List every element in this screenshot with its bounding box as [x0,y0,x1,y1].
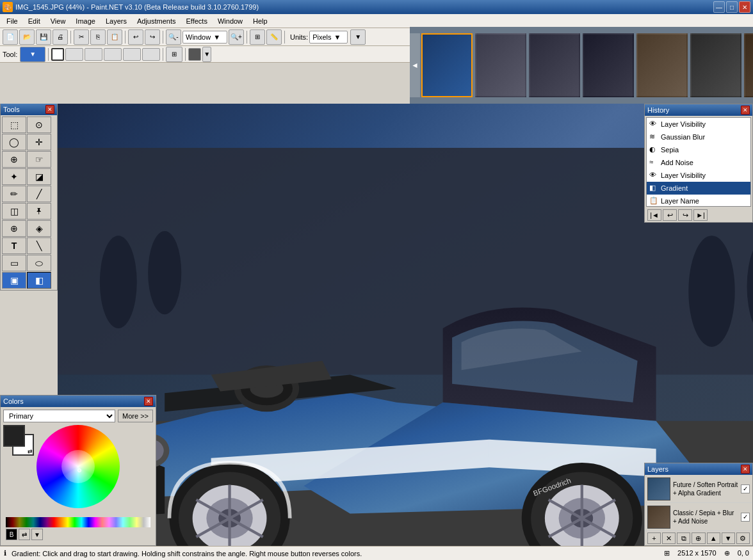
history-item-layer-name-1[interactable]: 📋 Layer Name [647,195,750,207]
layer-add-button[interactable]: + [647,532,661,544]
menu-layers[interactable]: Layers [101,16,132,26]
grid-button[interactable]: ⊞ [250,29,265,45]
thumbnail-1[interactable] [421,33,473,97]
tool-selector[interactable]: ▼ [20,47,45,62]
history-forward-button[interactable]: ►| [693,209,708,221]
tool-select-lasso[interactable]: ⊙ [27,116,51,133]
redo-button[interactable]: ↪ [145,29,160,45]
history-back-button[interactable]: |◄ [647,209,661,221]
color-palette-strip[interactable] [6,517,150,527]
tool-text[interactable]: T [2,237,26,254]
tool-select-ellipse[interactable]: ◯ [2,134,26,150]
settings-button[interactable]: ▼ [350,29,366,45]
layer-move-down-button[interactable]: ▼ [722,532,735,544]
layer-duplicate-button[interactable]: ⧉ [677,532,690,544]
swap-colors-icon[interactable]: ⇄ [28,448,33,454]
tool-shapes[interactable]: ╲ [27,237,51,254]
brush-option-4[interactable] [104,48,122,61]
layer-merge-button[interactable]: ⊕ [692,532,705,544]
brush-option-2[interactable] [65,48,83,61]
tool-hand[interactable]: ☞ [27,151,51,168]
open-button[interactable]: 📂 [19,29,35,45]
thumbnail-3[interactable] [529,33,580,97]
layer-delete-button[interactable]: ✕ [662,532,676,544]
tool-recolor[interactable]: ◈ [27,220,51,237]
brush-option-6[interactable] [142,48,160,61]
tool-eyedropper[interactable]: 🖈 [27,203,51,220]
brush-option-3[interactable] [85,48,102,61]
brush-option-5[interactable] [123,48,141,61]
color-wheel[interactable] [36,425,120,508]
units-dropdown[interactable]: Pixels ▼ [309,31,348,44]
close-button[interactable]: ✕ [739,1,750,13]
history-redo-button[interactable]: ↪ [678,209,692,221]
palette-color-icon[interactable]: ▼ [31,529,43,540]
tool-pencil[interactable]: ✏ [2,186,26,202]
thumb-prev-button[interactable]: ◄ [410,33,420,97]
grid-opt-button[interactable]: ⊞ [166,47,182,62]
menu-help[interactable]: Help [248,16,273,26]
history-item-gradient[interactable]: ◧ Gradient [647,182,750,195]
history-item-layer-visibility-1[interactable]: 👁 Layer Visibility [647,118,750,131]
print-button[interactable]: 🖨 [53,29,68,45]
brush-option-1[interactable] [51,48,64,61]
tools-close-button[interactable]: ✕ [45,105,54,114]
layer-visibility-check-1[interactable]: ✓ [741,484,750,493]
history-item-gaussian-blur[interactable]: ≋ Gaussian Blur [647,131,750,143]
colors-close-button[interactable]: ✕ [144,397,153,406]
paste-button[interactable]: 📋 [107,29,122,45]
layers-close-button[interactable]: ✕ [741,465,750,474]
undo-button[interactable]: ↩ [128,29,143,45]
color-mode-dropdown[interactable]: Primary [3,410,115,422]
save-button[interactable]: 💾 [36,29,51,45]
tool-ellipse-shape[interactable]: ⬭ [27,255,51,271]
palette-black-white-icon[interactable]: B [6,529,17,540]
thumbnail-5[interactable] [636,33,688,97]
layer-item-1[interactable]: Future / Soften Portrait + Alpha Gradien… [645,475,752,503]
tool-rect-shape[interactable]: ▭ [2,255,26,271]
tool-rounded-rect[interactable]: ▣ [2,272,26,289]
zoom-out-button[interactable]: 🔍- [166,29,181,45]
tool-clone-stamp[interactable]: ⊕ [2,220,26,237]
tool-gradient[interactable]: ◧ [27,272,51,289]
menu-adjustments[interactable]: Adjustments [132,16,181,26]
layer-move-up-button[interactable]: ▲ [707,532,720,544]
tool-select-rect[interactable]: ⬚ [2,116,26,133]
zoom-in-button[interactable]: 🔍+ [229,29,244,45]
ruler-button[interactable]: 📏 [266,29,282,45]
palette-swap-icon[interactable]: ⇄ [19,529,30,540]
new-button[interactable]: 📄 [3,29,18,45]
history-close-button[interactable]: ✕ [741,106,750,115]
thumbnail-2[interactable] [475,33,526,97]
layer-item-2[interactable]: Classic / Sepia + Blur + Add Noise ✓ [645,503,752,531]
history-item-layer-visibility-2[interactable]: 👁 Layer Visibility [647,169,750,182]
menu-image[interactable]: Image [70,16,101,26]
foreground-color-swatch[interactable] [3,425,25,447]
history-item-sepia[interactable]: ◐ Sepia [647,143,750,156]
tool-magic-wand[interactable]: ✦ [2,168,26,185]
menu-file[interactable]: File [1,16,23,26]
menu-edit[interactable]: Edit [23,16,45,26]
tool-eraser[interactable]: ◫ [2,203,26,220]
tool-paint-bucket[interactable]: ◪ [27,168,51,185]
maximize-button[interactable]: □ [726,1,738,13]
history-item-add-noise[interactable]: ≈ Add Noise [647,156,750,169]
tool-move[interactable]: ✛ [27,134,51,150]
layer-properties-button[interactable]: ⚙ [736,532,750,544]
thumbnail-7[interactable] [744,33,753,97]
tool-zoom[interactable]: ⊕ [2,151,26,168]
tool-line[interactable]: ╱ [27,186,51,202]
thumbnail-4[interactable] [583,33,634,97]
copy-button[interactable]: ⎘ [90,29,106,45]
menu-view[interactable]: View [45,16,71,26]
cut-button[interactable]: ✂ [74,29,89,45]
thumbnail-6[interactable] [690,33,741,97]
history-undo-button[interactable]: ↩ [663,209,677,221]
minimize-button[interactable]: — [713,1,725,13]
color-opt-btn[interactable]: ▼ [202,47,211,62]
menu-effects[interactable]: Effects [181,16,213,26]
layer-visibility-check-2[interactable]: ✓ [741,513,750,522]
color-wheel-container[interactable] [36,425,126,515]
window-dropdown[interactable]: Window ▼ [182,31,227,44]
menu-window[interactable]: Window [213,16,248,26]
